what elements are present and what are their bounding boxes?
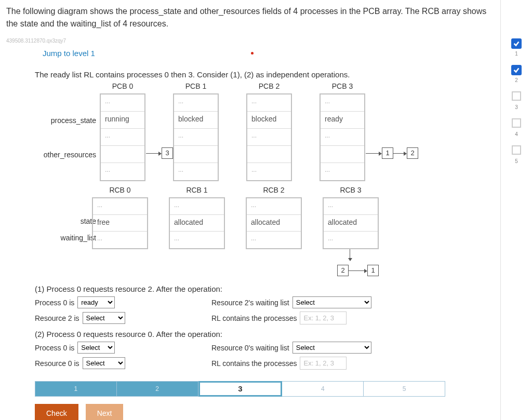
rcb-waiting-list: ... xyxy=(324,232,378,248)
q1-waitlist-select[interactable]: Select xyxy=(292,296,371,308)
q1-rl-input[interactable] xyxy=(300,311,347,324)
rcb-waiting-list: ... xyxy=(247,232,301,248)
pcb-resources xyxy=(101,146,144,163)
rcb-3: RCB 3 ... allocated ... xyxy=(323,186,379,249)
pcb-state: running xyxy=(101,112,144,129)
label-other-resources: other_resources xyxy=(39,151,96,159)
rcb-title: RCB 3 xyxy=(323,186,379,194)
arrow-icon xyxy=(146,153,161,154)
rcb-waiting-list: ... xyxy=(170,232,224,248)
rcb-title: RCB 2 xyxy=(246,186,302,194)
pcb-1: PCB 1 ... blocked ... ... xyxy=(173,82,219,181)
q2-rl-input[interactable] xyxy=(300,357,347,370)
check-button[interactable]: Check xyxy=(35,404,78,420)
rcb-state: allocated xyxy=(324,215,378,232)
q2-heading: (2) Process 0 requests resource 0. After… xyxy=(35,330,494,338)
progress-num: 4 xyxy=(512,131,521,137)
pcb-3: PCB 3 ... ready ... ... xyxy=(320,82,365,181)
arrow-down-icon xyxy=(350,249,350,261)
resource-node: 2 xyxy=(407,147,418,159)
rcb-0: RCB 0 ... free ... xyxy=(92,186,148,249)
progress-rail: 1 2 3 4 5 xyxy=(501,0,532,420)
pcb-title: PCB 3 xyxy=(320,82,365,90)
step-5[interactable]: 5 xyxy=(364,381,445,397)
q2-resource-select[interactable]: Select xyxy=(83,357,125,369)
next-button[interactable]: Next xyxy=(86,404,124,420)
progress-num: 5 xyxy=(512,158,521,164)
step-4[interactable]: 4 xyxy=(282,381,364,397)
rcb-diagram: state waiting_list RCB 0 ... free ... RC… xyxy=(35,186,440,279)
rcb-waiting-list: ... xyxy=(93,232,147,248)
rcb-state: allocated xyxy=(247,215,301,232)
jump-to-level-link[interactable]: Jump to level 1 xyxy=(43,49,95,58)
progress-box-icon[interactable] xyxy=(512,91,521,101)
arrow-icon xyxy=(393,153,406,154)
q1-process-label: Process 0 is xyxy=(35,299,74,307)
pcb-state: blocked xyxy=(174,112,218,129)
step-3[interactable]: 3 xyxy=(198,381,283,397)
progress-num: 3 xyxy=(512,104,521,110)
progress-check-icon[interactable] xyxy=(511,65,522,75)
q1-heading: (1) Process 0 requests resource 2. After… xyxy=(35,284,494,293)
q1-resource-label: Resource 2 is xyxy=(35,314,79,322)
pcb-diagram: process_state other_resources PCB 0 ... … xyxy=(35,82,440,186)
arrow-icon xyxy=(366,153,381,154)
rcb-title: RCB 1 xyxy=(169,186,225,194)
label-process-state: process_state xyxy=(39,116,96,125)
pcb-0: PCB 0 ... running ... ... xyxy=(100,82,145,181)
q2-waitlist-label: Resource 0's waiting list xyxy=(211,344,289,352)
label-state: state xyxy=(39,217,96,225)
pcb-title: PCB 1 xyxy=(173,82,219,90)
q2-resource-label: Resource 0 is xyxy=(35,359,79,368)
rcb-state: allocated xyxy=(170,215,224,232)
pcb-state: blocked xyxy=(247,112,291,129)
progress-box-icon[interactable] xyxy=(512,145,521,155)
arrow-icon xyxy=(349,270,367,271)
step-1[interactable]: 1 xyxy=(35,381,117,397)
red-dot-icon xyxy=(251,52,254,55)
rcb-1: RCB 1 ... allocated ... xyxy=(169,186,225,249)
pcb-state: ready xyxy=(321,112,364,129)
q2-process-label: Process 0 is xyxy=(35,344,74,352)
progress-box-icon[interactable] xyxy=(512,118,521,128)
q1-rl-label: RL contains the processes xyxy=(211,314,297,322)
progress-num: 1 xyxy=(511,51,522,57)
q1-waitlist-label: Resource 2's waiting list xyxy=(211,299,289,307)
progress-num: 2 xyxy=(511,77,522,83)
pcb-title: PCB 0 xyxy=(100,82,145,90)
q1-process-select[interactable]: ready xyxy=(77,296,115,308)
q1-resource-select[interactable]: Select xyxy=(83,312,125,324)
ready-list-text: The ready list RL contains processes 0 t… xyxy=(35,70,494,79)
pcb-title: PCB 2 xyxy=(246,82,292,90)
waiting-node: 2 xyxy=(337,265,349,276)
progress-check-icon[interactable] xyxy=(511,38,522,49)
code-id: 439508.3112870.qx3zqy7 xyxy=(6,38,494,44)
rcb-2: RCB 2 ... allocated ... xyxy=(246,186,302,249)
resource-node: 1 xyxy=(382,147,393,159)
q2-process-select[interactable]: Select xyxy=(77,342,115,354)
q2-rl-label: RL contains the processes xyxy=(211,359,297,368)
step-indicator: 1 2 3 4 5 xyxy=(35,381,445,397)
intro-text: The following diagram shows the process_… xyxy=(6,5,494,30)
pcb-2: PCB 2 ... blocked ... ... xyxy=(246,82,292,181)
resource-node: 3 xyxy=(162,147,173,159)
q2-waitlist-select[interactable]: Select xyxy=(292,342,371,354)
label-waiting-list: waiting_list xyxy=(39,234,96,242)
step-2[interactable]: 2 xyxy=(117,381,198,397)
waiting-node: 1 xyxy=(367,265,379,276)
rcb-state: free xyxy=(93,215,147,232)
rcb-title: RCB 0 xyxy=(92,186,148,194)
